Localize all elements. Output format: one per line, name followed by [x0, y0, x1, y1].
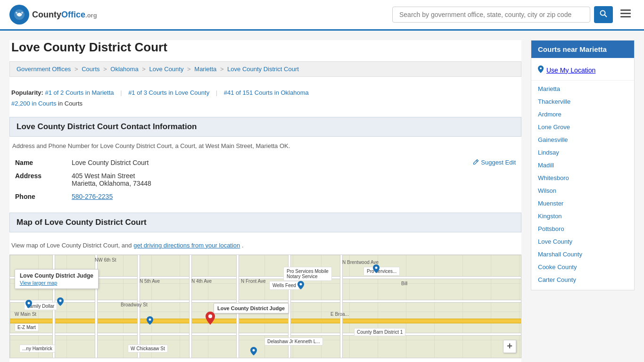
- sidebar-item-muenster[interactable]: Muenster: [531, 197, 634, 210]
- road-main: [10, 319, 521, 323]
- site-header: CountyOffice.org: [0, 0, 644, 31]
- svg-point-13: [300, 283, 302, 285]
- sidebar-item-pottsboro[interactable]: Pottsboro: [531, 222, 634, 235]
- map-section: Map of Love County District Court View m…: [9, 213, 521, 358]
- sidebar-item-cooke-county[interactable]: Cooke County: [531, 261, 634, 273]
- blue-pin-3: [373, 264, 380, 274]
- phone-value: 580-276-2235: [68, 190, 520, 203]
- breadcrumb-sep-5: >: [220, 66, 225, 73]
- road-brentwood: [340, 255, 343, 358]
- phone-label: Phone: [11, 190, 68, 203]
- svg-rect-8: [620, 13, 631, 14]
- address-value: 405 West Main Street Marietta, Oklahoma,…: [68, 169, 520, 190]
- svg-point-16: [149, 318, 151, 321]
- sidebar-item-marshall-county[interactable]: Marshall County: [531, 248, 634, 261]
- main-content: Love County District Court Government Of…: [9, 40, 521, 362]
- phone-link[interactable]: 580-276-2235: [72, 193, 113, 200]
- search-input[interactable]: [392, 7, 590, 23]
- street-label-front: N Front Ave: [241, 279, 266, 284]
- address-label: Address: [11, 169, 68, 190]
- map-popup[interactable]: Love County District Judge View larger m…: [15, 269, 99, 289]
- breadcrumb-sep-3: >: [142, 66, 147, 73]
- map-popup-title: Love County District Judge: [20, 272, 93, 279]
- breadcrumb-link-4[interactable]: Love County: [149, 66, 183, 73]
- contact-info-section: Address and Phone Number for Love County…: [9, 142, 521, 203]
- road-nw6th: [10, 300, 521, 303]
- svg-line-6: [605, 15, 607, 17]
- place-chickasaw: W Chickasaw St: [128, 345, 168, 353]
- svg-point-3: [16, 12, 17, 14]
- svg-rect-9: [620, 16, 631, 17]
- table-row-phone: Phone 580-276-2235: [11, 190, 520, 203]
- svg-point-18: [540, 67, 542, 69]
- place-pro-services-2: Pro services...: [363, 267, 400, 276]
- sidebar-box: Courts near Marietta Use My Location Mar…: [531, 40, 635, 290]
- sidebar-item-whitesboro[interactable]: Whitesboro: [531, 172, 634, 184]
- main-container: Love County District Court Government Of…: [0, 31, 644, 362]
- sidebar-item-thackerville[interactable]: Thackerville: [531, 95, 634, 108]
- place-bill: Bill: [401, 281, 407, 286]
- place-wells-feed: Wells Feed: [269, 281, 299, 290]
- sidebar-item-madill[interactable]: Madill: [531, 159, 634, 172]
- svg-point-11: [208, 314, 212, 318]
- blue-pin-1: [57, 297, 64, 307]
- sidebar-title: Courts near Marietta: [531, 41, 634, 58]
- svg-point-5: [601, 11, 605, 16]
- breadcrumb-link-3[interactable]: Oklahoma: [110, 66, 138, 73]
- road-4th: [189, 255, 192, 358]
- breadcrumb-sep-1: >: [74, 66, 80, 73]
- breadcrumb-link-2[interactable]: Courts: [82, 66, 99, 73]
- road-chickasaw: [10, 333, 521, 336]
- name-value: Love County District Court Suggest Edit: [68, 156, 520, 169]
- sidebar: Courts near Marietta Use My Location Mar…: [531, 40, 635, 362]
- name-label: Name: [11, 156, 68, 169]
- map-view-larger[interactable]: View larger map: [20, 280, 93, 286]
- popularity-rank1: #1 of 2 Courts in Marietta: [45, 89, 116, 96]
- blue-pin-5: [147, 316, 153, 326]
- sidebar-item-kingston[interactable]: Kingston: [531, 210, 634, 222]
- place-pro-services: Pro Services MobileNotary Service: [283, 267, 332, 281]
- sidebar-item-carter-county[interactable]: Carter County: [531, 273, 634, 286]
- svg-point-17: [253, 349, 255, 351]
- breadcrumb-link-6[interactable]: Love County District Court: [227, 66, 299, 73]
- map-pin: [206, 312, 215, 326]
- street-label-nw6th: NW 6th St: [95, 257, 116, 263]
- directions-link[interactable]: get driving directions from your locatio…: [133, 242, 240, 249]
- sidebar-item-ardmore[interactable]: Ardmore: [531, 108, 634, 121]
- use-my-location-link[interactable]: Use My Location: [546, 66, 595, 74]
- sidebar-item-marietta[interactable]: Marietta: [531, 82, 634, 95]
- place-county-barn: County Barn District 1: [354, 328, 405, 336]
- sidebar-use-location[interactable]: Use My Location: [531, 62, 634, 78]
- place-delashaw: Delashaw Jr Kenneth L...: [264, 337, 323, 346]
- contact-description: Address and Phone Number for Love County…: [11, 142, 520, 149]
- page-title: Love County District Court: [9, 40, 521, 55]
- map-description: View map of Love County District Court, …: [9, 238, 521, 255]
- search-button[interactable]: [594, 6, 613, 23]
- map-container[interactable]: N 7th Ave N 5th Ave N 4th Ave N Front Av…: [9, 255, 521, 358]
- table-row-address: Address 405 West Main Street Marietta, O…: [11, 169, 520, 190]
- sidebar-item-gainesville[interactable]: Gainesville: [531, 133, 634, 146]
- breadcrumb-link-5[interactable]: Marietta: [194, 66, 216, 73]
- map-zoom-button[interactable]: +: [503, 340, 516, 353]
- sidebar-item-wilson[interactable]: Wilson: [531, 184, 634, 197]
- svg-point-14: [375, 266, 378, 269]
- sidebar-item-lone-grove[interactable]: Lone Grove: [531, 121, 634, 133]
- sidebar-item-lindsay[interactable]: Lindsay: [531, 146, 634, 159]
- svg-point-15: [28, 302, 30, 304]
- street-label-broadway: Broadway St: [121, 302, 148, 307]
- breadcrumb-sep-4: >: [187, 66, 192, 73]
- logo-text: CountyOffice.org: [32, 10, 97, 20]
- sidebar-list: Use My Location Marietta Thackerville Ar…: [531, 58, 634, 290]
- breadcrumb: Government Offices > Courts > Oklahoma >…: [9, 61, 521, 77]
- blue-pin-6: [250, 347, 257, 357]
- suggest-edit-link[interactable]: Suggest Edit: [472, 159, 516, 166]
- popularity-rank4: #2,200 in Courts in Courts: [11, 100, 83, 107]
- search-area: [392, 6, 635, 23]
- blue-pin-2: [297, 281, 304, 291]
- sidebar-item-love-county[interactable]: Love County: [531, 235, 634, 248]
- breadcrumb-link-1[interactable]: Government Offices: [17, 66, 71, 73]
- menu-button[interactable]: [617, 7, 635, 23]
- location-pin-icon: [538, 66, 544, 74]
- place-ez-mart: E-Z Mart: [15, 323, 39, 331]
- svg-point-12: [59, 299, 62, 302]
